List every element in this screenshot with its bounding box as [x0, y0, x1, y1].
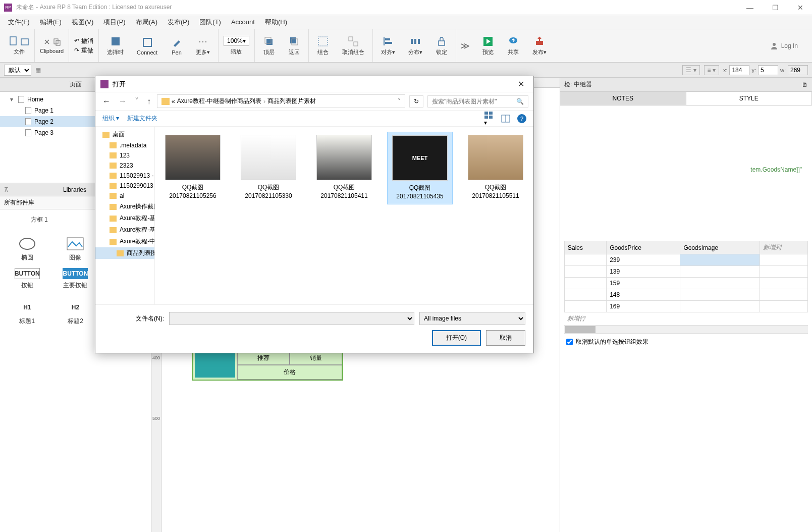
close-button[interactable]: ✕: [793, 4, 808, 12]
select-tool[interactable]: 选择时: [104, 34, 127, 57]
tree-folder[interactable]: Axure教程-中继: [95, 236, 154, 247]
publish-button[interactable]: 发布▾: [529, 34, 550, 57]
pin-icon[interactable]: ⊼: [4, 186, 9, 193]
group-button[interactable]: 组合: [314, 34, 332, 57]
col-goodsprice[interactable]: GoodsPrice: [607, 241, 680, 254]
tree-folder[interactable]: 115029913 -: [95, 171, 154, 181]
front-button[interactable]: 顶层: [260, 34, 278, 57]
toolbar-overflow[interactable]: ≫: [456, 40, 474, 51]
w-input[interactable]: [788, 65, 808, 75]
ungroup-button[interactable]: 取消组合: [339, 34, 367, 57]
redo-button[interactable]: ↷ 重做: [74, 46, 93, 55]
organize-button[interactable]: 组织 ▾: [102, 114, 119, 123]
menu-project[interactable]: 项目(P): [99, 16, 129, 29]
tree-folder[interactable]: ai: [95, 191, 154, 201]
lib-image[interactable]: 图像: [52, 234, 99, 264]
view-mode-icon[interactable]: ▾: [484, 111, 494, 126]
filename-input[interactable]: [169, 312, 414, 325]
nav-up-icon[interactable]: ↑: [145, 97, 153, 106]
inspector-doc-icon[interactable]: 🗎: [802, 81, 808, 88]
tree-folder[interactable]: .metadata: [95, 140, 154, 150]
col-sales[interactable]: Sales: [565, 241, 607, 254]
nav-back-icon[interactable]: ←: [100, 97, 113, 106]
new-file-icon[interactable]: [9, 36, 18, 46]
file-list[interactable]: QQ截图20170821105256 QQ截图20170821105330 QQ…: [155, 127, 533, 304]
folder-tree[interactable]: 桌面 .metadata 123 2323 115029913 - 115029…: [95, 127, 155, 304]
repeater-data-table[interactable]: Sales GoodsPrice GoodsImage 新增列 239 139 …: [564, 241, 808, 312]
prop-icon[interactable]: ▦: [35, 67, 41, 74]
tree-folder[interactable]: Axure教程-基础: [95, 224, 154, 236]
file-item[interactable]: QQ截图20170821105256: [160, 132, 226, 203]
back-button[interactable]: 返回: [285, 34, 303, 57]
tree-folder[interactable]: Axure教程-基础: [95, 212, 154, 224]
tree-folder[interactable]: Axure操作截图: [95, 201, 154, 212]
pen-tool[interactable]: Pen: [168, 35, 186, 57]
undo-button[interactable]: ↶ 撤消: [74, 37, 93, 45]
repeater-widget[interactable]: 推荐 销量 价格: [192, 350, 343, 381]
copy-icon[interactable]: [53, 38, 61, 46]
menu-account[interactable]: Account: [227, 16, 259, 28]
zoom-select[interactable]: 100% ▾: [224, 36, 249, 46]
menu-file[interactable]: 文件(F): [4, 16, 34, 29]
more-tool[interactable]: ⋯更多▾: [193, 34, 213, 57]
file-item[interactable]: QQ截图20170821105330: [236, 132, 301, 203]
tree-folder[interactable]: 123: [95, 150, 154, 161]
search-input[interactable]: [432, 98, 513, 105]
y-input[interactable]: [758, 65, 778, 75]
search-icon[interactable]: 🔍: [516, 98, 524, 105]
share-button[interactable]: 共享: [504, 34, 522, 57]
lib-button[interactable]: BUTTON按钮: [4, 266, 50, 296]
distribute-button[interactable]: 分布▾: [405, 34, 425, 57]
help-icon[interactable]: ?: [517, 114, 526, 123]
filetype-select[interactable]: All image files: [419, 312, 525, 325]
tree-folder[interactable]: 2323: [95, 161, 154, 171]
tree-folder-selected[interactable]: 商品列表图片: [95, 247, 154, 259]
lib-box1[interactable]: 方框 1: [4, 214, 75, 226]
refresh-button[interactable]: ↻: [409, 95, 423, 108]
nav-forward-icon[interactable]: →: [117, 97, 129, 106]
menu-team[interactable]: 团队(T): [195, 16, 225, 29]
file-item-selected[interactable]: MEETQQ截图20170821105435: [387, 132, 453, 204]
file-item[interactable]: QQ截图20170821105511: [463, 132, 528, 203]
lib-h2[interactable]: H2标题2: [52, 298, 99, 328]
nav-recent-icon[interactable]: ˅: [133, 96, 141, 106]
col-goodsimage[interactable]: GoodsImage: [680, 241, 760, 254]
list-icon[interactable]: ☰ ▾: [682, 65, 699, 75]
table-scrollbar[interactable]: [564, 325, 808, 333]
add-row-button[interactable]: 新增行: [564, 312, 808, 325]
menu-view[interactable]: 视图(V): [68, 16, 97, 29]
menu-arrange[interactable]: 布局(A): [132, 16, 161, 29]
open-file-icon[interactable]: [20, 36, 29, 46]
breadcrumb[interactable]: « Axure教程-中继器制作商品列表 › 商品列表图片素材 ˅: [157, 94, 405, 108]
x-input[interactable]: [729, 65, 749, 75]
menu-publish[interactable]: 发布(P): [164, 16, 193, 29]
maximize-button[interactable]: ☐: [768, 4, 783, 12]
lib-h1[interactable]: H1标题1: [4, 298, 50, 328]
cut-icon[interactable]: [43, 38, 51, 46]
tab-notes[interactable]: NOTES: [560, 92, 686, 105]
file-item[interactable]: QQ截图20170821105411: [311, 132, 377, 203]
cancel-button[interactable]: 取消: [486, 330, 525, 346]
tree-desktop[interactable]: 桌面: [95, 129, 154, 140]
spacing-icon[interactable]: ≡ ▾: [704, 65, 719, 75]
style-select[interactable]: 默认: [4, 65, 31, 76]
lock-button[interactable]: 锁定: [432, 34, 451, 57]
align-button[interactable]: 对齐▾: [378, 34, 398, 57]
col-add[interactable]: 新增列: [760, 241, 808, 254]
lib-button-primary[interactable]: BUTTON主要按钮: [52, 266, 99, 296]
menu-help[interactable]: 帮助(H): [261, 16, 291, 29]
search-box[interactable]: 🔍: [427, 95, 528, 108]
preview-button[interactable]: 预览: [479, 34, 497, 57]
tab-style[interactable]: STYLE: [686, 92, 813, 105]
menu-edit[interactable]: 编辑(E): [36, 16, 66, 29]
preview-pane-icon[interactable]: [501, 115, 510, 123]
tree-folder[interactable]: 1150299013 -: [95, 181, 154, 191]
connect-tool[interactable]: Connect: [134, 35, 160, 57]
lib-ellipse[interactable]: 椭圆: [4, 234, 50, 264]
open-button[interactable]: 打开(O): [432, 330, 481, 346]
disable-radio-checkbox[interactable]: [566, 339, 573, 345]
login-button[interactable]: Log In: [760, 42, 808, 50]
minimize-button[interactable]: —: [742, 4, 757, 12]
dialog-close-button[interactable]: ✕: [514, 79, 528, 89]
new-folder-button[interactable]: 新建文件夹: [127, 114, 157, 123]
